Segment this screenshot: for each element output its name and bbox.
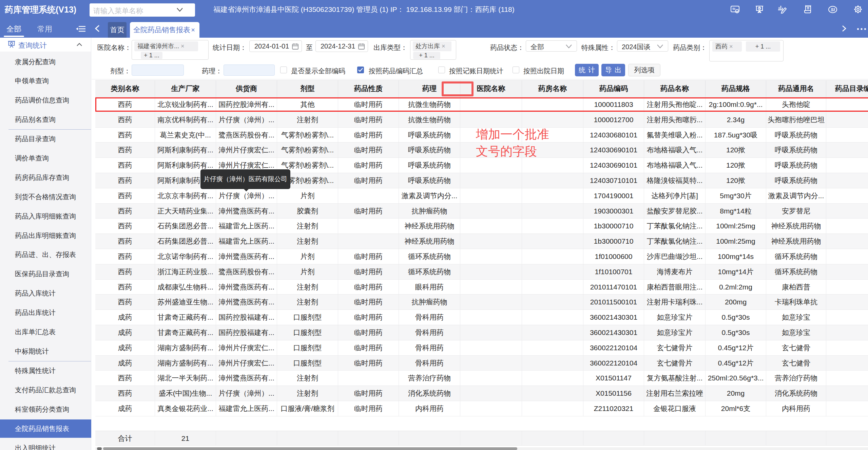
svg-text:SI: SI	[831, 7, 835, 12]
svg-text:SI: SI	[732, 7, 735, 11]
